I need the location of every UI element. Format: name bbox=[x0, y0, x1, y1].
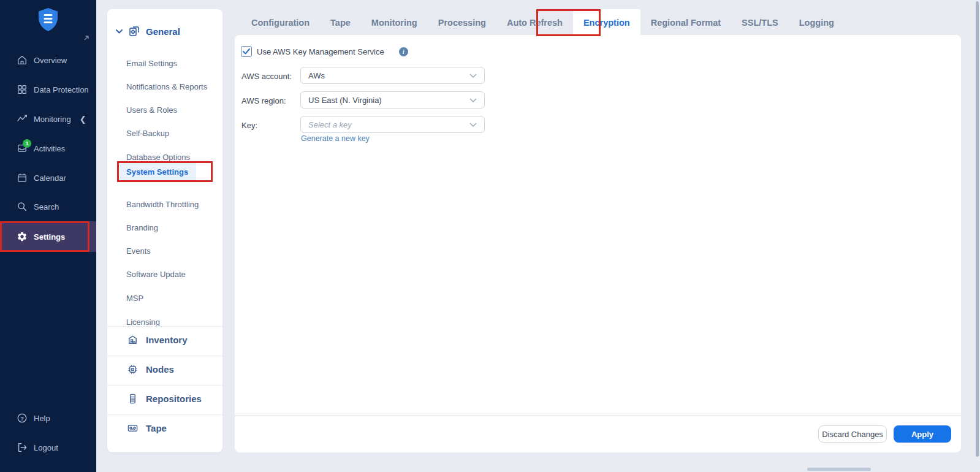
sidebar-item-label: Activities bbox=[34, 144, 65, 153]
sidebar-item-help[interactable]: ? Help bbox=[0, 408, 96, 428]
primary-sidebar: Overview Data Protection Monitoring ❮ 1 … bbox=[0, 0, 96, 472]
divider bbox=[235, 416, 961, 416]
gear-icon bbox=[17, 231, 28, 242]
settings-nav-group-repositories[interactable]: Repositories bbox=[127, 393, 202, 405]
tab-auto-refresh[interactable]: Auto Refresh bbox=[496, 9, 573, 36]
settings-nav-group-label: General bbox=[146, 26, 180, 37]
tab-encryption[interactable]: Encryption bbox=[573, 9, 640, 36]
home-icon bbox=[17, 55, 28, 66]
settings-nav-item-software-update[interactable]: Software Update bbox=[126, 270, 186, 279]
key-select[interactable]: Select a key bbox=[300, 116, 485, 133]
chevron-down-icon bbox=[469, 123, 477, 127]
use-kms-label: Use AWS Key Management Service bbox=[257, 47, 384, 56]
sidebar-item-logout[interactable]: Logout bbox=[0, 437, 96, 458]
grid-icon bbox=[17, 84, 28, 95]
settings-tabs: Configuration Tape Monitoring Processing… bbox=[241, 9, 845, 36]
settings-nav-group-tape[interactable]: Tape bbox=[127, 422, 167, 434]
tab-logging[interactable]: Logging bbox=[789, 9, 845, 36]
tape-cassette-icon bbox=[127, 422, 139, 434]
settings-nav-group-label: Nodes bbox=[146, 364, 174, 375]
sidebar-item-settings[interactable]: Settings bbox=[0, 221, 96, 252]
settings-nav-item-self-backup[interactable]: Self-Backup bbox=[126, 129, 169, 138]
settings-nav-item-licensing[interactable]: Licensing bbox=[126, 318, 160, 327]
divider bbox=[107, 414, 222, 415]
aws-account-label: AWS account: bbox=[241, 72, 292, 81]
sidebar-item-label: Search bbox=[34, 202, 59, 211]
tab-tape[interactable]: Tape bbox=[320, 9, 361, 36]
sidebar-item-overview[interactable]: Overview bbox=[0, 50, 96, 70]
use-kms-checkbox[interactable] bbox=[241, 46, 252, 57]
settings-nav-item-events[interactable]: Events bbox=[126, 246, 151, 256]
inventory-icon bbox=[127, 334, 139, 346]
settings-nav-item-email-settings[interactable]: Email Settings bbox=[126, 59, 177, 68]
aws-region-select[interactable]: US East (N. Virginia) bbox=[300, 91, 485, 108]
settings-nav-group-general[interactable]: General bbox=[116, 25, 180, 37]
chevron-down-icon bbox=[469, 74, 477, 78]
settings-nav-item-branding[interactable]: Branding bbox=[126, 223, 158, 232]
help-icon: ? bbox=[17, 413, 28, 424]
settings-nav-group-label: Inventory bbox=[146, 335, 188, 345]
aws-region-label: AWS region: bbox=[241, 96, 286, 105]
sidebar-item-label: Logout bbox=[34, 443, 58, 452]
settings-nav-item-users-roles[interactable]: Users & Roles bbox=[126, 105, 177, 115]
sidebar-item-activities[interactable]: 1 Activities bbox=[0, 138, 96, 159]
info-icon[interactable]: i bbox=[399, 47, 408, 56]
aws-region-value: US East (N. Virginia) bbox=[308, 96, 469, 105]
encryption-tab-panel: Use AWS Key Management Service i AWS acc… bbox=[235, 35, 961, 452]
cpu-icon bbox=[127, 364, 139, 375]
shield-menu-logo bbox=[37, 7, 59, 32]
settings-nav-group-inventory[interactable]: Inventory bbox=[127, 334, 188, 346]
aws-account-value: AWs bbox=[308, 71, 469, 80]
sidebar-item-label: Overview bbox=[34, 56, 67, 65]
app-window: Overview Data Protection Monitoring ❮ 1 … bbox=[0, 0, 980, 472]
discard-changes-button[interactable]: Discard Changes bbox=[818, 425, 887, 443]
sidebar-item-label: Calendar bbox=[34, 173, 66, 183]
sidebar-item-label: Data Protection bbox=[34, 85, 89, 94]
divider bbox=[107, 385, 222, 386]
sidebar-item-calendar[interactable]: Calendar bbox=[0, 167, 96, 188]
settings-nav-group-nodes[interactable]: Nodes bbox=[127, 364, 174, 375]
sidebar-item-monitoring[interactable]: Monitoring ❮ bbox=[0, 108, 96, 129]
window-gear-icon bbox=[128, 25, 140, 37]
chevron-left-icon[interactable]: ❮ bbox=[80, 115, 86, 124]
vertical-scrollbar[interactable] bbox=[976, 1, 979, 457]
horizontal-scrollbar[interactable] bbox=[807, 468, 871, 471]
inbox-icon: 1 bbox=[17, 143, 28, 154]
calendar-icon bbox=[17, 172, 28, 183]
settings-nav-item-system-settings[interactable]: System Settings bbox=[118, 163, 196, 181]
tab-monitoring[interactable]: Monitoring bbox=[361, 9, 428, 36]
sidebar-item-label: Settings bbox=[34, 232, 65, 242]
settings-nav-item-notifications-reports[interactable]: Notifications & Reports bbox=[126, 82, 207, 91]
divider bbox=[107, 356, 222, 356]
logout-icon bbox=[17, 442, 28, 453]
svg-text:?: ? bbox=[20, 416, 24, 422]
divider bbox=[107, 326, 222, 327]
settings-nav-panel: General Email Settings Notifications & R… bbox=[107, 9, 222, 452]
settings-nav-item-msp[interactable]: MSP bbox=[126, 294, 143, 303]
aws-account-select[interactable]: AWs bbox=[300, 67, 485, 84]
chevron-down-icon[interactable] bbox=[116, 29, 123, 34]
sidebar-item-data-protection[interactable]: Data Protection bbox=[0, 79, 96, 100]
key-placeholder: Select a key bbox=[308, 120, 469, 129]
tab-processing[interactable]: Processing bbox=[428, 9, 496, 36]
settings-nav-item-bandwidth-throttling[interactable]: Bandwidth Throttling bbox=[126, 200, 199, 209]
chevron-down-icon bbox=[469, 98, 477, 102]
tab-regional-format[interactable]: Regional Format bbox=[640, 9, 731, 36]
app-logo[interactable] bbox=[37, 7, 59, 32]
key-label: Key: bbox=[241, 121, 257, 130]
tab-ssl-tls[interactable]: SSL/TLS bbox=[731, 9, 789, 36]
tab-configuration[interactable]: Configuration bbox=[241, 9, 320, 36]
database-icon bbox=[127, 393, 139, 405]
monitoring-chart-icon bbox=[17, 113, 28, 124]
generate-new-key-link[interactable]: Generate a new key bbox=[301, 134, 370, 143]
settings-nav-item-database-options[interactable]: Database Options bbox=[126, 153, 190, 162]
activities-badge: 1 bbox=[23, 139, 31, 148]
apply-button[interactable]: Apply bbox=[894, 425, 951, 443]
search-icon bbox=[17, 201, 28, 212]
settings-nav-group-label: Repositories bbox=[146, 394, 202, 404]
sidebar-item-search[interactable]: Search bbox=[0, 196, 96, 217]
checkmark-icon bbox=[243, 48, 250, 55]
sidebar-item-label: Help bbox=[34, 414, 50, 423]
collapse-corner-icon[interactable] bbox=[84, 35, 89, 40]
sidebar-item-label: Monitoring bbox=[34, 115, 71, 124]
